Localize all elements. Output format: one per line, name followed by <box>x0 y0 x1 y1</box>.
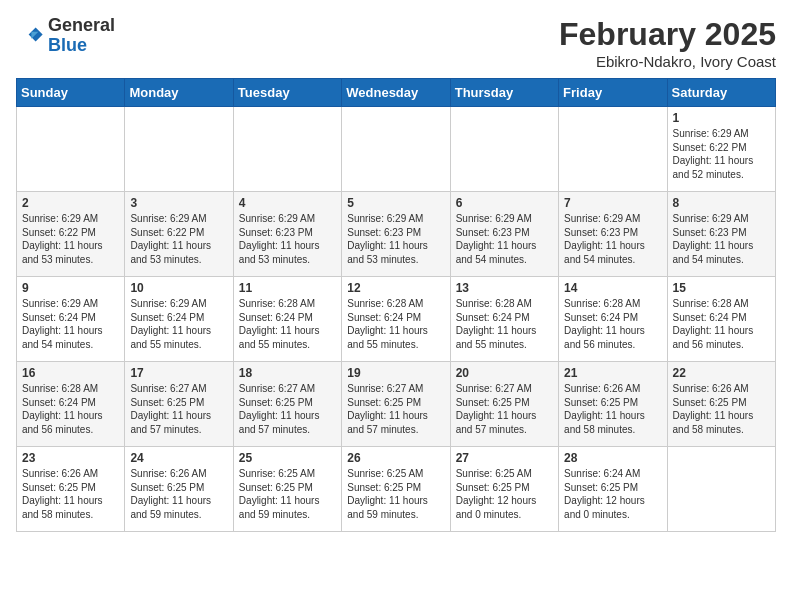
calendar-day-cell: 11Sunrise: 6:28 AMSunset: 6:24 PMDayligh… <box>233 277 341 362</box>
weekday-header-row: SundayMondayTuesdayWednesdayThursdayFrid… <box>17 79 776 107</box>
location-title: Ebikro-Ndakro, Ivory Coast <box>559 53 776 70</box>
day-info: Sunrise: 6:29 AMSunset: 6:23 PMDaylight:… <box>456 212 553 266</box>
calendar-day-cell: 17Sunrise: 6:27 AMSunset: 6:25 PMDayligh… <box>125 362 233 447</box>
day-number: 17 <box>130 366 227 380</box>
day-number: 5 <box>347 196 444 210</box>
day-info: Sunrise: 6:27 AMSunset: 6:25 PMDaylight:… <box>456 382 553 436</box>
calendar-day-cell: 5Sunrise: 6:29 AMSunset: 6:23 PMDaylight… <box>342 192 450 277</box>
day-number: 15 <box>673 281 770 295</box>
weekday-header-cell: Sunday <box>17 79 125 107</box>
day-number: 9 <box>22 281 119 295</box>
day-info: Sunrise: 6:29 AMSunset: 6:23 PMDaylight:… <box>347 212 444 266</box>
calendar-day-cell: 21Sunrise: 6:26 AMSunset: 6:25 PMDayligh… <box>559 362 667 447</box>
logo-line1: General <box>48 15 115 35</box>
calendar-day-cell <box>342 107 450 192</box>
calendar-table: SundayMondayTuesdayWednesdayThursdayFrid… <box>16 78 776 532</box>
calendar-day-cell: 22Sunrise: 6:26 AMSunset: 6:25 PMDayligh… <box>667 362 775 447</box>
calendar-day-cell: 13Sunrise: 6:28 AMSunset: 6:24 PMDayligh… <box>450 277 558 362</box>
weekday-header-cell: Monday <box>125 79 233 107</box>
day-number: 10 <box>130 281 227 295</box>
day-info: Sunrise: 6:27 AMSunset: 6:25 PMDaylight:… <box>130 382 227 436</box>
calendar-body: 1Sunrise: 6:29 AMSunset: 6:22 PMDaylight… <box>17 107 776 532</box>
calendar-week-row: 16Sunrise: 6:28 AMSunset: 6:24 PMDayligh… <box>17 362 776 447</box>
calendar-day-cell <box>17 107 125 192</box>
day-info: Sunrise: 6:28 AMSunset: 6:24 PMDaylight:… <box>673 297 770 351</box>
day-info: Sunrise: 6:29 AMSunset: 6:23 PMDaylight:… <box>673 212 770 266</box>
weekday-header-cell: Friday <box>559 79 667 107</box>
month-title: February 2025 <box>559 16 776 53</box>
calendar-day-cell: 14Sunrise: 6:28 AMSunset: 6:24 PMDayligh… <box>559 277 667 362</box>
day-info: Sunrise: 6:28 AMSunset: 6:24 PMDaylight:… <box>239 297 336 351</box>
day-info: Sunrise: 6:28 AMSunset: 6:24 PMDaylight:… <box>456 297 553 351</box>
logo-line2: Blue <box>48 35 87 55</box>
day-number: 18 <box>239 366 336 380</box>
day-number: 28 <box>564 451 661 465</box>
calendar-day-cell <box>125 107 233 192</box>
day-number: 27 <box>456 451 553 465</box>
day-number: 24 <box>130 451 227 465</box>
day-info: Sunrise: 6:28 AMSunset: 6:24 PMDaylight:… <box>564 297 661 351</box>
weekday-header-cell: Thursday <box>450 79 558 107</box>
day-number: 20 <box>456 366 553 380</box>
day-number: 22 <box>673 366 770 380</box>
calendar-day-cell: 9Sunrise: 6:29 AMSunset: 6:24 PMDaylight… <box>17 277 125 362</box>
day-info: Sunrise: 6:29 AMSunset: 6:22 PMDaylight:… <box>22 212 119 266</box>
calendar-day-cell: 3Sunrise: 6:29 AMSunset: 6:22 PMDaylight… <box>125 192 233 277</box>
day-number: 4 <box>239 196 336 210</box>
day-info: Sunrise: 6:29 AMSunset: 6:23 PMDaylight:… <box>239 212 336 266</box>
weekday-header-cell: Wednesday <box>342 79 450 107</box>
day-info: Sunrise: 6:29 AMSunset: 6:23 PMDaylight:… <box>564 212 661 266</box>
calendar-day-cell: 26Sunrise: 6:25 AMSunset: 6:25 PMDayligh… <box>342 447 450 532</box>
calendar-day-cell: 10Sunrise: 6:29 AMSunset: 6:24 PMDayligh… <box>125 277 233 362</box>
day-number: 25 <box>239 451 336 465</box>
calendar-day-cell: 20Sunrise: 6:27 AMSunset: 6:25 PMDayligh… <box>450 362 558 447</box>
calendar-week-row: 2Sunrise: 6:29 AMSunset: 6:22 PMDaylight… <box>17 192 776 277</box>
calendar-day-cell <box>450 107 558 192</box>
day-number: 26 <box>347 451 444 465</box>
calendar-day-cell: 19Sunrise: 6:27 AMSunset: 6:25 PMDayligh… <box>342 362 450 447</box>
calendar-day-cell: 15Sunrise: 6:28 AMSunset: 6:24 PMDayligh… <box>667 277 775 362</box>
general-blue-logo-icon <box>16 22 44 50</box>
day-number: 19 <box>347 366 444 380</box>
day-number: 7 <box>564 196 661 210</box>
weekday-header-cell: Saturday <box>667 79 775 107</box>
calendar-week-row: 9Sunrise: 6:29 AMSunset: 6:24 PMDaylight… <box>17 277 776 362</box>
day-number: 11 <box>239 281 336 295</box>
calendar-day-cell: 8Sunrise: 6:29 AMSunset: 6:23 PMDaylight… <box>667 192 775 277</box>
day-number: 6 <box>456 196 553 210</box>
day-number: 8 <box>673 196 770 210</box>
calendar-week-row: 23Sunrise: 6:26 AMSunset: 6:25 PMDayligh… <box>17 447 776 532</box>
day-info: Sunrise: 6:25 AMSunset: 6:25 PMDaylight:… <box>347 467 444 521</box>
day-info: Sunrise: 6:25 AMSunset: 6:25 PMDaylight:… <box>239 467 336 521</box>
calendar-day-cell: 24Sunrise: 6:26 AMSunset: 6:25 PMDayligh… <box>125 447 233 532</box>
calendar-day-cell: 6Sunrise: 6:29 AMSunset: 6:23 PMDaylight… <box>450 192 558 277</box>
day-info: Sunrise: 6:26 AMSunset: 6:25 PMDaylight:… <box>564 382 661 436</box>
calendar-day-cell: 4Sunrise: 6:29 AMSunset: 6:23 PMDaylight… <box>233 192 341 277</box>
calendar-day-cell: 2Sunrise: 6:29 AMSunset: 6:22 PMDaylight… <box>17 192 125 277</box>
calendar-day-cell: 28Sunrise: 6:24 AMSunset: 6:25 PMDayligh… <box>559 447 667 532</box>
day-info: Sunrise: 6:27 AMSunset: 6:25 PMDaylight:… <box>239 382 336 436</box>
day-info: Sunrise: 6:26 AMSunset: 6:25 PMDaylight:… <box>673 382 770 436</box>
day-info: Sunrise: 6:25 AMSunset: 6:25 PMDaylight:… <box>456 467 553 521</box>
day-number: 21 <box>564 366 661 380</box>
day-number: 14 <box>564 281 661 295</box>
day-info: Sunrise: 6:24 AMSunset: 6:25 PMDaylight:… <box>564 467 661 521</box>
calendar-day-cell: 23Sunrise: 6:26 AMSunset: 6:25 PMDayligh… <box>17 447 125 532</box>
calendar-day-cell: 1Sunrise: 6:29 AMSunset: 6:22 PMDaylight… <box>667 107 775 192</box>
weekday-header-cell: Tuesday <box>233 79 341 107</box>
day-info: Sunrise: 6:28 AMSunset: 6:24 PMDaylight:… <box>22 382 119 436</box>
day-number: 23 <box>22 451 119 465</box>
day-number: 2 <box>22 196 119 210</box>
day-info: Sunrise: 6:29 AMSunset: 6:24 PMDaylight:… <box>22 297 119 351</box>
calendar-day-cell: 7Sunrise: 6:29 AMSunset: 6:23 PMDaylight… <box>559 192 667 277</box>
day-info: Sunrise: 6:29 AMSunset: 6:22 PMDaylight:… <box>673 127 770 181</box>
day-number: 13 <box>456 281 553 295</box>
day-info: Sunrise: 6:27 AMSunset: 6:25 PMDaylight:… <box>347 382 444 436</box>
calendar-week-row: 1Sunrise: 6:29 AMSunset: 6:22 PMDaylight… <box>17 107 776 192</box>
day-info: Sunrise: 6:29 AMSunset: 6:24 PMDaylight:… <box>130 297 227 351</box>
calendar-day-cell: 12Sunrise: 6:28 AMSunset: 6:24 PMDayligh… <box>342 277 450 362</box>
day-number: 16 <box>22 366 119 380</box>
day-number: 3 <box>130 196 227 210</box>
calendar-day-cell: 25Sunrise: 6:25 AMSunset: 6:25 PMDayligh… <box>233 447 341 532</box>
calendar-day-cell: 16Sunrise: 6:28 AMSunset: 6:24 PMDayligh… <box>17 362 125 447</box>
